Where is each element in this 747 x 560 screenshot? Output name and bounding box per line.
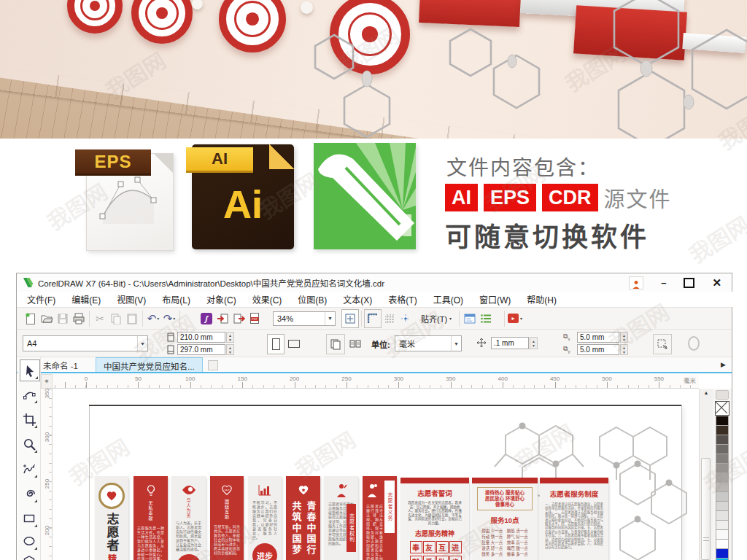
- panel-volunteer-oath[interactable]: 志愿者誓词 我愿意成为一名光荣的志愿者。我承诺：尽己所能，不计报酬，帮助他人，服…: [400, 478, 469, 560]
- palette-swatch[interactable]: [716, 416, 729, 426]
- launch-application-button[interactable]: ▸▾: [507, 310, 523, 327]
- palette-swatch[interactable]: [716, 539, 729, 549]
- palette-swatch[interactable]: [716, 510, 729, 521]
- palette-swatch[interactable]: [716, 520, 729, 530]
- palette-swatch[interactable]: [716, 529, 729, 540]
- banner-china-dream[interactable]: 青春中国行 共筑中国梦: [286, 476, 320, 560]
- palette-no-color-swatch[interactable]: [715, 401, 729, 416]
- freehand-tool[interactable]: [20, 459, 39, 479]
- banner-volunteer-rights[interactable]: 志愿者享有参加志愿服务活动、接受相关培训、获得志愿服务记录证明、对志愿服务工作提…: [324, 476, 358, 560]
- duplicate-y-spinner[interactable]: ▲▼: [620, 344, 628, 355]
- palette-swatch[interactable]: [716, 472, 729, 483]
- tab-scroll-right-icon[interactable]: ▶: [721, 361, 726, 368]
- title-bar[interactable]: CorelDRAW X7 (64-Bit) - C:\Users\Adminis…: [17, 273, 732, 292]
- ellipse-tool[interactable]: [20, 531, 39, 551]
- crop-tool[interactable]: [20, 409, 39, 429]
- paste-button[interactable]: [124, 310, 140, 327]
- show-guidelines-button[interactable]: [398, 310, 414, 327]
- application-launcher-list-icon[interactable]: [478, 310, 494, 327]
- menu-item-8[interactable]: 文本(X): [340, 292, 375, 307]
- menu-item-5[interactable]: 对象(C): [204, 292, 239, 307]
- palette-swatch[interactable]: [716, 501, 729, 511]
- panel-service-points[interactable]: 接待热心 服务贴心 居民放心 环境舒心 做事用心 服务10点 理由 少一点 脑筋…: [472, 478, 538, 560]
- banner-progress[interactable]: 不断学习，不断进步。志愿服务让我们在实践中提升自我、完善自我，以更好的姿态服务社…: [248, 476, 282, 560]
- scrollbar-thumb[interactable]: [701, 458, 711, 560]
- menu-item-2[interactable]: 编辑(E): [69, 292, 104, 307]
- shape-tool[interactable]: [20, 384, 39, 405]
- all-pages-button[interactable]: [326, 334, 345, 354]
- polygon-tool[interactable]: [20, 551, 39, 560]
- new-document-button[interactable]: [23, 310, 39, 327]
- portrait-orientation-button[interactable]: [267, 334, 285, 354]
- nudge-offset-spinner[interactable]: ▲▼: [530, 337, 538, 349]
- treat-as-filled-button[interactable]: [653, 334, 672, 354]
- artistic-media-tool[interactable]: [20, 483, 39, 504]
- vertical-scrollbar[interactable]: ▲: [699, 389, 713, 560]
- palette-swatch[interactable]: [716, 463, 729, 473]
- redo-button[interactable]: ↷▾: [161, 310, 177, 327]
- pick-tool[interactable]: [20, 359, 40, 381]
- ruler-origin-button[interactable]: ⌖: [41, 374, 53, 389]
- export-button[interactable]: [231, 310, 247, 327]
- zoom-level-combobox[interactable]: 34% ▼: [273, 311, 336, 326]
- new-tab-button[interactable]: [208, 360, 218, 370]
- banner-volunteer-spirit[interactable]: 志愿者 精神: [95, 476, 128, 560]
- close-button[interactable]: ✕: [712, 276, 721, 289]
- panel-service-rules[interactable]: 志愿者服务制度 一、志愿者须认同志愿服务理念，自愿参加各项志愿服务活动，并接受相…: [540, 478, 608, 560]
- show-grid-button[interactable]: [382, 310, 398, 327]
- palette-swatch[interactable]: [716, 491, 729, 502]
- fillet-scallop-button[interactable]: [686, 335, 701, 354]
- page-height-field[interactable]: 297.0 mm: [177, 344, 225, 355]
- chevron-down-icon[interactable]: ▼: [451, 336, 461, 351]
- duplicate-x-field[interactable]: 5.0 mm: [577, 332, 619, 343]
- palette-swatch[interactable]: [716, 425, 729, 435]
- page-width-field[interactable]: 210.0 mm: [177, 332, 225, 343]
- page-width-spinner[interactable]: ▲▼: [226, 332, 234, 343]
- search-content-button[interactable]: ʃ: [198, 310, 214, 327]
- import-button[interactable]: [214, 310, 231, 327]
- menu-item-1[interactable]: 文件(F): [24, 292, 58, 307]
- snap-to-dropdown[interactable]: 贴齐(T) ▾: [421, 313, 452, 324]
- banner-friendship[interactable]: 与人为善 与人为善，乐于助人。志愿者用实际行动传播文明新风，把关爱送到千家万户，…: [171, 476, 206, 560]
- menu-item-11[interactable]: 窗口(W): [476, 292, 514, 307]
- menu-item-3[interactable]: 视图(V): [114, 292, 149, 307]
- palette-swatch[interactable]: [716, 454, 729, 464]
- undo-button[interactable]: ↶▾: [145, 310, 161, 327]
- landscape-orientation-button[interactable]: [286, 334, 302, 353]
- full-screen-preview-button[interactable]: [341, 309, 359, 328]
- menu-item-6[interactable]: 效果(C): [249, 292, 285, 307]
- tab-untitled[interactable]: 未命名 -1: [43, 359, 78, 371]
- menu-item-7[interactable]: 位图(B): [295, 292, 330, 307]
- palette-options-button[interactable]: [716, 390, 729, 400]
- scroll-up-icon[interactable]: ▲: [700, 390, 713, 395]
- minimize-button[interactable]: –: [661, 277, 666, 288]
- current-page-button[interactable]: [347, 334, 364, 353]
- account-icon[interactable]: [629, 276, 643, 289]
- menu-item-4[interactable]: 布局(L): [159, 292, 193, 307]
- units-combobox[interactable]: 毫米 ▼: [395, 335, 462, 351]
- cut-button[interactable]: ✂: [92, 310, 108, 327]
- chevron-down-icon[interactable]: ▼: [137, 336, 147, 351]
- palette-swatch[interactable]: [716, 444, 729, 454]
- banner-dedication[interactable]: 无私奉献 志愿服务是一种生活方式，也是一种生活态度。我们倡导人人参与志愿服务，从…: [133, 476, 168, 560]
- tab-active-document[interactable]: 中国共产党党员应知名...: [96, 357, 203, 372]
- print-button[interactable]: [71, 310, 87, 327]
- save-button[interactable]: [55, 310, 71, 327]
- page-height-spinner[interactable]: ▲▼: [226, 344, 234, 355]
- copy-button[interactable]: [108, 310, 124, 327]
- palette-swatch[interactable]: [716, 482, 729, 492]
- maximize-button[interactable]: [684, 278, 694, 288]
- open-button[interactable]: [39, 310, 55, 327]
- menu-item-10[interactable]: 工具(O): [430, 292, 466, 307]
- menu-item-9[interactable]: 表格(T): [385, 292, 419, 307]
- banner-volunteer-duties[interactable]: 志愿者义务 志愿者应履行遵守法律法规、服从组织安排、保守服务对象秘密、维护志愿者…: [363, 476, 397, 560]
- show-rulers-button[interactable]: [364, 309, 382, 328]
- menu-item-12[interactable]: 帮助(H): [524, 292, 560, 307]
- nudge-offset-field[interactable]: .1 mm: [491, 337, 529, 349]
- palette-swatch[interactable]: [716, 435, 729, 445]
- banner-mutual-aid[interactable]: 团结互助 互帮互助，同舟共济。志愿者在服务他人、奉献社会的过程中收获成长与进步，…: [210, 476, 244, 560]
- options-button[interactable]: [462, 310, 478, 327]
- chevron-down-icon[interactable]: ▼: [325, 312, 335, 325]
- publish-pdf-button[interactable]: PDF: [247, 310, 263, 327]
- rectangle-tool[interactable]: [20, 508, 39, 529]
